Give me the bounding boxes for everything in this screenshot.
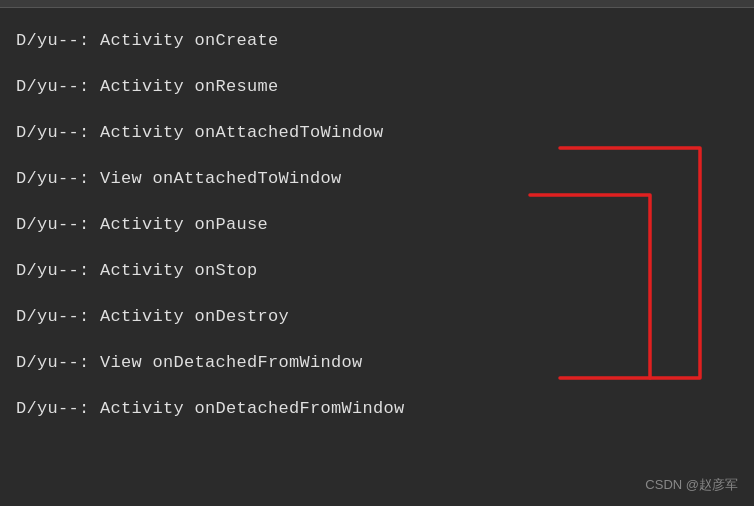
log-message: Activity onResume (100, 77, 279, 96)
log-line: D/yu--: Activity onStop (16, 248, 738, 294)
log-prefix: D/yu--: (16, 261, 100, 280)
log-message: Activity onDestroy (100, 307, 289, 326)
top-bar (0, 0, 754, 8)
log-line: D/yu--: View onDetachedFromWindow (16, 340, 738, 386)
log-prefix: D/yu--: (16, 77, 100, 96)
log-prefix: D/yu--: (16, 399, 100, 418)
log-line: D/yu--: Activity onResume (16, 64, 738, 110)
log-line: D/yu--: Activity onDetachedFromWindow (16, 386, 738, 432)
log-message: Activity onCreate (100, 31, 279, 50)
log-message: Activity onDetachedFromWindow (100, 399, 405, 418)
log-container: D/yu--: Activity onCreateD/yu--: Activit… (0, 8, 754, 442)
log-prefix: D/yu--: (16, 353, 100, 372)
log-line: D/yu--: Activity onDestroy (16, 294, 738, 340)
log-prefix: D/yu--: (16, 215, 100, 234)
log-prefix: D/yu--: (16, 31, 100, 50)
log-message: Activity onAttachedToWindow (100, 123, 384, 142)
log-prefix: D/yu--: (16, 169, 100, 188)
log-line: D/yu--: Activity onAttachedToWindow (16, 110, 738, 156)
log-prefix: D/yu--: (16, 307, 100, 326)
log-line: D/yu--: Activity onPause (16, 202, 738, 248)
log-message: Activity onStop (100, 261, 258, 280)
log-message: Activity onPause (100, 215, 268, 234)
log-prefix: D/yu--: (16, 123, 100, 142)
log-message: View onDetachedFromWindow (100, 353, 363, 372)
log-line: D/yu--: View onAttachedToWindow (16, 156, 738, 202)
watermark: CSDN @赵彦军 (645, 476, 738, 494)
log-line: D/yu--: Activity onCreate (16, 18, 738, 64)
log-message: View onAttachedToWindow (100, 169, 342, 188)
